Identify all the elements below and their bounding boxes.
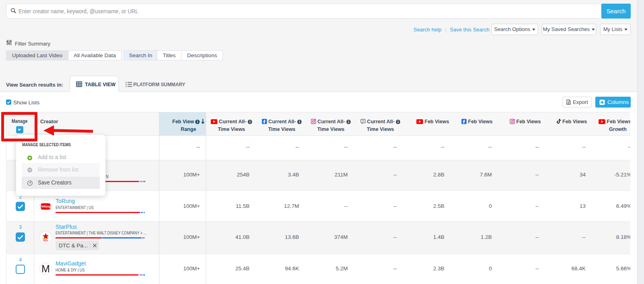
- svg-text:ToRung: ToRung: [41, 205, 51, 208]
- svg-text:StarPlus: StarPlus: [43, 240, 49, 241]
